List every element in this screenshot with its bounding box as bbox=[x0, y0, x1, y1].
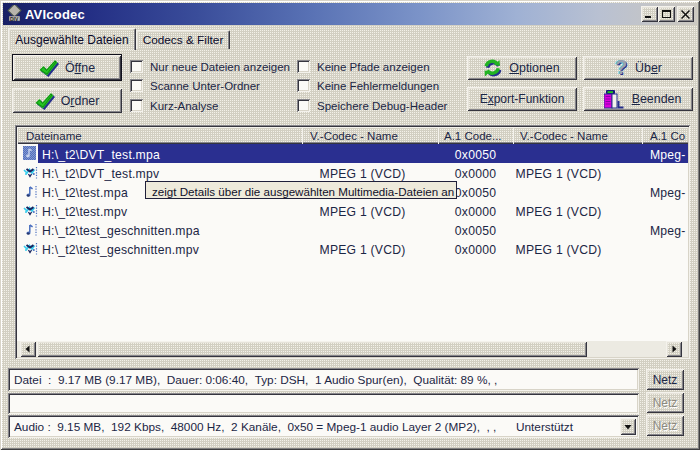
svg-text:DIV: DIV bbox=[10, 16, 19, 22]
